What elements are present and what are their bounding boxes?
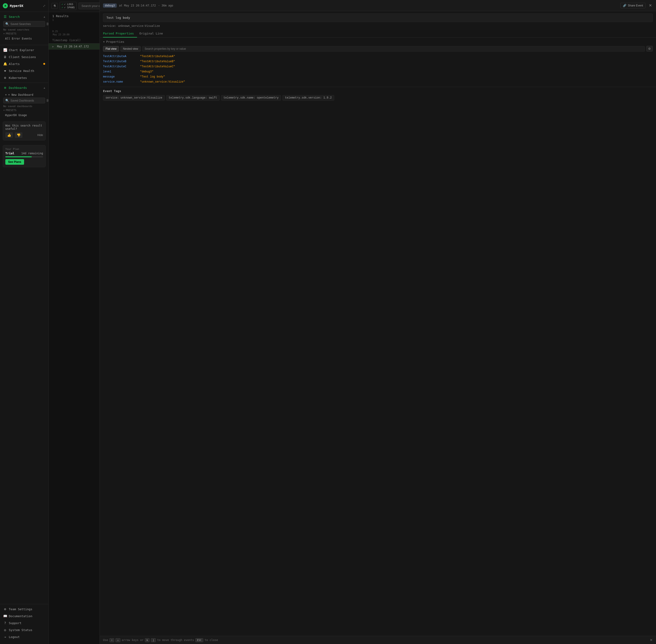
sidebar-bottom-nav: ⚙ Team Settings 📖 Documentation ? Suppor… [0,604,48,640]
sidebar-item-support[interactable]: ? Support [0,620,48,626]
chart-icon: 📈 [3,48,7,52]
sidebar-label-client-sessions: Client Sessions [9,55,45,59]
row-timestamp-value: May 23 20:14:47.172 [57,45,89,48]
saved-searches-input[interactable] [10,22,45,26]
monitor-icon: 🖥 [3,55,7,59]
dashboard-search-icon: 🔍 [5,99,9,102]
tab-parsed-label: Parsed Properties [103,32,134,35]
plan-progress-bar [5,156,43,157]
sidebar: H HyperDX ⤢ ☰ Search ▲ 🔍 ⌘K No saved sea… [0,0,49,644]
plan-days: 14d remaining [21,152,43,155]
spans-toggle[interactable]: ✓ ✓ SPANS [62,6,75,9]
see-plans-button[interactable]: See Plans [5,159,24,165]
sidebar-item-system-status[interactable]: ◎ System Status [0,626,48,634]
event-level-badge: debug3 [103,3,117,8]
dashboard-icon: ⊞ [3,86,7,90]
properties-section: ▾ Properties Flat view Nested view ⚙ Tes… [100,38,656,87]
log-body: Test log body [103,14,653,22]
sidebar-label-kubernetes: Kubernetes [9,76,45,79]
sidebar-label-chart-explorer: Chart Explorer [9,48,45,52]
circle-icon: ◎ [3,628,7,632]
properties-search-input[interactable] [142,46,645,52]
sidebar-item-logout[interactable]: → Logout [0,634,48,640]
sidebar-item-documentation[interactable]: 📖 Documentation [0,613,48,620]
close-hint-button[interactable]: ✕ [650,638,653,642]
kbd-up: ↑ [109,638,114,642]
sidebar-label-logout: Logout [9,635,45,639]
tab-original-line[interactable]: Original Line [139,30,166,38]
keyboard-hint-bar: Use ↑ ↓ arrow keys or k j to move throug… [100,636,656,644]
flat-view-button[interactable]: Flat view [103,46,119,52]
logs-label: ✓ LOGS [64,3,73,6]
saved-searches-search[interactable]: 🔍 ⌘K [3,21,45,27]
presets-toggle[interactable]: ▾ PRESETS [3,32,45,35]
prop-key-2: TestAttributeC [103,65,140,68]
plan-row: Trial 14d remaining [5,152,43,155]
sidebar-item-dashboards[interactable]: ⊞ Dashboards ▲ [0,84,48,91]
prop-key-1: TestAttributeB [103,60,140,63]
close-detail-button[interactable]: ✕ [648,2,653,8]
prop-row-3: level "debug3" [103,69,653,74]
prop-row-2: TestAttributeC "TestAttributeValueC" [103,64,653,69]
view-toggle: Flat view Nested view ⚙ [103,46,653,52]
detail-header: debug3 at May 23 20:14:47.172 · 36m ago … [100,0,656,11]
saved-dashboards-input[interactable] [10,99,45,102]
logout-icon: → [3,635,7,639]
tags-grid: service: unknown_service:Visualize telem… [103,95,653,101]
logs-check-icon: ✓ [62,3,63,6]
dashboards-presets-toggle[interactable]: ▾ PRESETS [3,109,45,112]
no-saved-dashboards: No saved dashboards [3,105,45,108]
search-icon: ☰ [3,15,7,19]
expand-button[interactable]: ⤢ [43,4,46,8]
prop-row-0: TestAttributeA "TestAttributeValueA" [103,54,653,59]
row-expand-icon: ▶ [52,45,54,48]
dashboards-kbd: ⌘K [46,99,49,102]
thumbs-up-button[interactable]: 👍 [5,132,13,138]
sidebar-item-alerts[interactable]: 🔔 Alerts [0,60,48,67]
prop-key-4: message [103,75,140,78]
hint-close: to close [205,639,218,642]
dashboards-sub-section: + + New Dashboard 🔍 ⌘K No saved dashboar… [0,91,48,119]
event-tags-section: Event Tags service: unknown_service:Visu… [100,87,656,103]
properties-header[interactable]: ▾ Properties [103,40,653,44]
dashboards-presets-label: PRESETS [6,109,17,112]
hide-feedback-button[interactable]: Hide [37,134,43,137]
feedback-actions: 👍 👎 Hide [5,132,43,138]
sidebar-search-section: ☰ Search ▲ 🔍 ⌘K No saved searches ▾ PRES… [0,12,48,44]
prop-key-0: TestAttributeA [103,55,140,58]
tag-2: telemetry.sdk.name: opentelemetry [221,95,281,101]
sidebar-item-service-health[interactable]: ❤ Service Health [0,67,48,74]
prop-key-5: service.name [103,80,140,84]
properties-settings-button[interactable]: ⚙ [646,46,653,52]
settings-icon: ⚙ [3,607,7,611]
sidebar-label-alerts: Alerts [9,62,41,66]
sidebar-item-client-sessions[interactable]: 🖥 Client Sessions [0,53,48,60]
nested-view-button[interactable]: Nested view [121,46,140,52]
sidebar-item-kubernetes[interactable]: ⚙ Kubernetes [0,74,48,81]
heart-icon: ❤ [3,69,7,73]
sidebar-item-search[interactable]: ☰ Search ▲ [0,13,48,20]
thumbs-down-button[interactable]: 👎 [15,132,22,138]
filter-button[interactable]: ⚗ [51,3,58,9]
spans-check-icon: ✓ [62,6,63,9]
saved-dashboards-search[interactable]: 🔍 ⌘K [3,98,45,104]
search-arrow-icon: ▲ [44,15,45,18]
new-dashboard-button[interactable]: + + New Dashboard [3,92,45,98]
logs-toggle[interactable]: ✓ ✓ LOGS [62,3,75,6]
book-icon: 📖 [3,614,7,618]
sidebar-item-chart-explorer[interactable]: 📈 Chart Explorer [0,46,48,53]
chart-y-max: 1 [52,19,58,21]
preset-hyperdx-usage[interactable]: HyperDX Usage [3,113,45,118]
properties-list: TestAttributeA "TestAttributeValueA" Tes… [103,54,653,85]
prop-val-0: "TestAttributeValueA" [140,55,175,58]
spans-label: ✓ SPANS [64,6,75,9]
chart-x-start: May 23 20:00 [53,33,69,36]
sidebar-item-team-settings[interactable]: ⚙ Team Settings [0,605,48,613]
share-event-button[interactable]: 🔗 Share Event [620,3,646,8]
tag-3: telemetry.sdk.version: 1.9.2 [282,95,334,101]
kbd-k: k [145,638,150,642]
tab-parsed-properties[interactable]: Parsed Properties [103,30,137,38]
preset-all-error-events[interactable]: All Error Events [3,36,45,41]
prop-key-3: level [103,70,140,73]
share-label: Share Event [628,4,643,7]
